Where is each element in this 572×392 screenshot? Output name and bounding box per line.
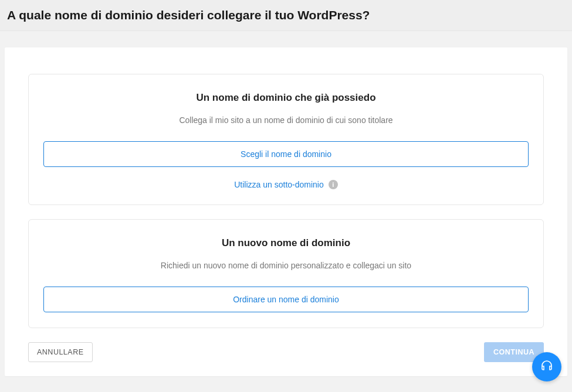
- support-fab[interactable]: [532, 352, 561, 381]
- headset-icon: [540, 359, 554, 375]
- existing-domain-card: Un nome di dominio che già possiedo Coll…: [28, 74, 544, 205]
- main-panel: Un nome di dominio che già possiedo Coll…: [5, 47, 567, 376]
- order-domain-button[interactable]: Ordinare un nome di dominio: [43, 287, 529, 312]
- use-subdomain-link[interactable]: Utilizza un sotto-dominio: [234, 180, 324, 189]
- info-icon: i: [329, 180, 338, 189]
- subdomain-row: Utilizza un sotto-dominio i: [43, 180, 529, 189]
- footer-row: ANNULLARE CONTINUA: [28, 342, 544, 362]
- new-domain-desc: Richiedi un nuovo nome di dominio person…: [43, 261, 529, 270]
- existing-domain-title: Un nome di dominio che già possiedo: [43, 92, 529, 104]
- page-header: A quale nome di dominio desideri collega…: [0, 0, 572, 31]
- page-title: A quale nome di dominio desideri collega…: [7, 8, 565, 22]
- choose-domain-button[interactable]: Scegli il nome di dominio: [43, 141, 529, 167]
- new-domain-title: Un nuovo nome di dominio: [43, 237, 529, 249]
- new-domain-card: Un nuovo nome di dominio Richiedi un nuo…: [28, 219, 544, 328]
- existing-domain-desc: Collega il mio sito a un nome di dominio…: [43, 115, 529, 125]
- cancel-button[interactable]: ANNULLARE: [28, 342, 93, 362]
